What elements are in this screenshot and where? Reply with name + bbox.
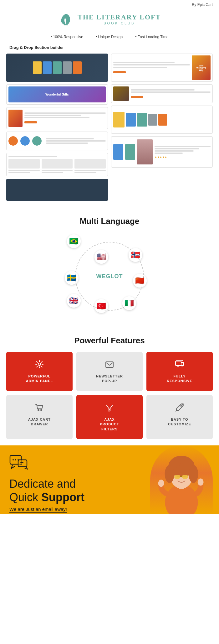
svg-point-0: [38, 363, 41, 366]
flag-uk: 🇬🇧: [67, 294, 81, 308]
multi-language-title: Multi Language: [6, 216, 213, 226]
screenshots-section: Wonderful Gifts: [0, 52, 219, 207]
admin-panel-icon: [34, 359, 44, 371]
screenshot-left-col: Wonderful Gifts: [6, 54, 108, 201]
feature-loading: Fast Loading Time: [135, 35, 168, 39]
language-globe: WEGLOT 🇧🇷 🇺🇸 🇳🇴 🇸🇪 🇨🇳 🇬🇧 🇹🇷 🇮🇹: [56, 232, 163, 320]
feature-card-filters: AJAXPRODUCTFILTERS: [76, 395, 143, 439]
flag-brazil: 🇧🇷: [67, 234, 81, 248]
support-heading: Dedicate and Quick Support: [9, 477, 103, 504]
screenshot-providers: [111, 84, 213, 103]
logo-section: THE LITERARY LOFT BOOK CLUB: [0, 8, 219, 32]
svg-point-15: [165, 465, 175, 483]
newsletter-icon: [104, 359, 115, 371]
builder-label: Drag & Drop Section builder: [0, 42, 219, 52]
svg-rect-10: [18, 460, 27, 467]
screenshot-footer: [6, 179, 108, 201]
girl-svg: [153, 449, 210, 514]
customize-label: EASY TOCUSTOMIZE: [168, 417, 191, 427]
support-girl-figure: [150, 445, 213, 514]
svg-point-17: [170, 459, 180, 468]
svg-rect-19: [174, 475, 180, 479]
screenshot-author-book: [6, 107, 108, 129]
support-section: Dedicate and Quick Support We are Just a…: [0, 445, 219, 514]
screenshot-hero: WildWoman'sWay: [111, 54, 213, 82]
flag-norway: 🇳🇴: [129, 248, 142, 262]
screenshot-collection: [111, 106, 213, 134]
cart-label: AJAX CARTDRAWER: [28, 417, 51, 427]
screenshot-readers: [6, 132, 108, 150]
by-epic-cart-label: By Epic Cart: [0, 0, 219, 8]
feature-card-cart: AJAX CARTDRAWER: [6, 395, 73, 439]
screenshot-right-col: WildWoman'sWay: [111, 54, 213, 201]
multi-language-section: Multi Language WEGLOT 🇧🇷 🇺🇸 🇳🇴 🇸🇪 🇨🇳 🇬🇧 …: [0, 207, 219, 326]
feature-responsive: 100% Responsive: [51, 35, 83, 39]
flag-italy: 🇮🇹: [122, 296, 136, 310]
logo-sub-text: BOOK CLUB: [78, 21, 161, 25]
svg-point-8: [15, 459, 16, 460]
weglot-label: WEGLOT: [96, 273, 123, 280]
features-grid: POWERFULADMIN PANEL NEWSLETTERPOP-UP: [6, 352, 213, 439]
features-bar: 100% Responsive Unique Design Fast Loadi…: [0, 32, 219, 42]
feature-design: Unique Design: [96, 35, 123, 39]
newsletter-label: NEWSLETTERPOP-UP: [96, 374, 123, 384]
svg-point-11: [165, 484, 198, 514]
svg-point-7: [13, 459, 14, 460]
svg-rect-20: [182, 475, 188, 479]
svg-point-22: [158, 480, 164, 487]
logo-text-block: THE LITERARY LOFT BOOK CLUB: [78, 13, 161, 25]
filters-icon: [104, 402, 115, 414]
flag-china: 🇨🇳: [133, 274, 147, 288]
screenshot-author-week: ★★★★★: [111, 136, 213, 168]
customize-icon: [175, 402, 185, 414]
screenshot-books: [6, 54, 108, 82]
feature-card-customize: EASY TOCUSTOMIZE: [146, 395, 213, 439]
screenshot-news: [6, 153, 108, 176]
logo-leaf-icon: [58, 11, 74, 27]
cart-icon: [34, 402, 44, 414]
svg-point-18: [183, 459, 193, 468]
flag-turkey: 🇹🇷: [94, 299, 108, 313]
feature-card-responsive: FULLYRESPONSIVE: [146, 352, 213, 391]
screenshot-gifts: Wonderful Gifts: [6, 84, 108, 105]
svg-point-5: [41, 409, 42, 411]
feature-card-newsletter: NEWSLETTERPOP-UP: [76, 352, 143, 391]
support-subtext: We are Just an email away!: [9, 506, 67, 513]
powerful-features-section: Powerful Features POWERFULADMIN PANEL NE…: [0, 326, 219, 445]
feature-card-admin: POWERFULADMIN PANEL: [6, 352, 73, 391]
svg-rect-1: [106, 362, 113, 367]
svg-point-16: [189, 465, 198, 483]
filters-label: AJAXPRODUCTFILTERS: [100, 417, 119, 432]
admin-panel-label: POWERFULADMIN PANEL: [26, 374, 53, 384]
powerful-features-title: Powerful Features: [6, 336, 213, 345]
svg-point-4: [38, 409, 39, 411]
svg-rect-3: [181, 362, 184, 366]
svg-rect-2: [176, 361, 181, 366]
responsive-icon: [175, 359, 185, 371]
logo-main-text: THE LITERARY LOFT: [78, 13, 161, 21]
responsive-label: FULLYRESPONSIVE: [167, 374, 192, 384]
svg-point-23: [198, 478, 204, 486]
